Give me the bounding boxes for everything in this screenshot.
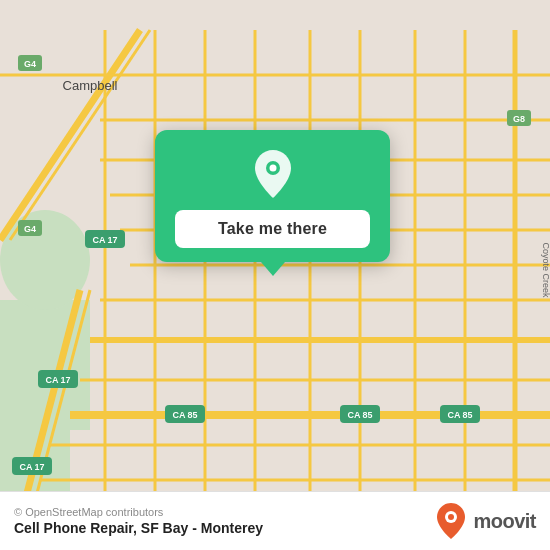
- bottom-left: © OpenStreetMap contributors Cell Phone …: [14, 506, 263, 536]
- osm-credit: © OpenStreetMap contributors: [14, 506, 263, 518]
- take-me-there-button[interactable]: Take me there: [175, 210, 370, 248]
- moovit-logo: moovit: [435, 502, 536, 540]
- popup-card: Take me there: [155, 130, 390, 262]
- bottom-bar: © OpenStreetMap contributors Cell Phone …: [0, 491, 550, 550]
- location-icon: [247, 148, 299, 200]
- svg-text:G4: G4: [24, 59, 36, 69]
- svg-point-53: [269, 165, 276, 172]
- svg-text:Campbell: Campbell: [63, 78, 118, 93]
- svg-text:CA 85: CA 85: [447, 410, 472, 420]
- svg-text:G4: G4: [24, 224, 36, 234]
- svg-text:CA 85: CA 85: [347, 410, 372, 420]
- moovit-brand-text: moovit: [473, 510, 536, 533]
- place-name: Cell Phone Repair, SF Bay - Monterey: [14, 520, 263, 536]
- svg-text:CA 85: CA 85: [172, 410, 197, 420]
- map-container: CA 17 CA 17 CA 17 CA 85 CA 85 CA 85 G4 G…: [0, 0, 550, 550]
- svg-text:CA 17: CA 17: [45, 375, 70, 385]
- svg-text:CA 17: CA 17: [92, 235, 117, 245]
- svg-text:Coyote Creek: Coyote Creek: [541, 242, 550, 298]
- svg-text:G8: G8: [513, 114, 525, 124]
- moovit-pin-icon: [435, 502, 467, 540]
- svg-text:CA 17: CA 17: [19, 462, 44, 472]
- svg-point-55: [448, 514, 454, 520]
